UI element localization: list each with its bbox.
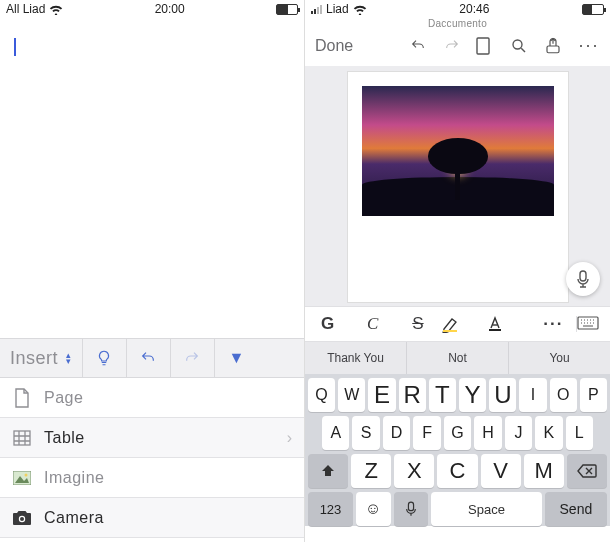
table-icon: [12, 428, 32, 448]
key-m[interactable]: M: [524, 454, 564, 488]
chevron-right-icon: ›: [287, 429, 292, 447]
key-k[interactable]: K: [535, 416, 562, 450]
suggestion-2[interactable]: Not: [407, 342, 509, 374]
wifi-icon: [353, 4, 367, 15]
more-format-button[interactable]: ···: [531, 314, 576, 334]
key-send[interactable]: Send: [545, 492, 607, 526]
status-bar-left: All Liad 20:00: [0, 0, 304, 18]
key-mic[interactable]: [394, 492, 429, 526]
menu-item-label: Table: [44, 429, 85, 447]
key-s[interactable]: S: [352, 416, 379, 450]
updown-icon: ▴▾: [66, 352, 72, 364]
layout-button[interactable]: [476, 37, 498, 55]
svg-rect-0: [14, 431, 30, 445]
key-v[interactable]: V: [481, 454, 521, 488]
highlight-button[interactable]: [441, 315, 486, 333]
text-cursor: [14, 38, 16, 56]
undo-button[interactable]: [408, 38, 430, 54]
menu-item-camera[interactable]: Camera: [0, 498, 304, 538]
undo-button[interactable]: [127, 339, 171, 377]
menu-item-image[interactable]: Imagine: [0, 458, 304, 498]
format-bar: G C S ···: [305, 306, 610, 342]
keyboard-toggle-button[interactable]: [576, 316, 610, 332]
menu-item-label: Page: [44, 389, 83, 407]
key-f[interactable]: F: [413, 416, 440, 450]
signal-icon: [311, 5, 322, 14]
key-d[interactable]: D: [383, 416, 410, 450]
document-page[interactable]: [348, 72, 568, 302]
key-shift[interactable]: [308, 454, 348, 488]
key-g[interactable]: G: [444, 416, 471, 450]
insert-dropdown[interactable]: Insert ▴▾: [0, 339, 83, 377]
strike-button[interactable]: S: [395, 314, 440, 334]
svg-rect-15: [408, 502, 413, 511]
document-title: Daccumento: [305, 18, 610, 29]
font-color-button[interactable]: [486, 316, 531, 332]
suggestion-3[interactable]: You: [509, 342, 610, 374]
key-space[interactable]: Space: [431, 492, 542, 526]
svg-rect-8: [477, 38, 489, 54]
more-button[interactable]: ···: [578, 35, 600, 56]
clock: 20:00: [155, 2, 185, 16]
key-t[interactable]: T: [429, 378, 456, 412]
key-q[interactable]: Q: [308, 378, 335, 412]
insert-label: Insert: [10, 348, 58, 369]
svg-rect-13: [489, 329, 501, 331]
svg-rect-10: [547, 46, 559, 53]
key-e[interactable]: E: [368, 378, 395, 412]
key-numbers[interactable]: 123: [308, 492, 353, 526]
wifi-icon: [49, 4, 63, 15]
dictate-button[interactable]: [566, 262, 600, 296]
key-r[interactable]: R: [399, 378, 426, 412]
carrier-label: Liad: [326, 2, 349, 16]
clock: 20:46: [459, 2, 489, 16]
left-screen: All Liad 20:00 Insert ▴▾ ▼: [0, 0, 305, 542]
key-x[interactable]: X: [394, 454, 434, 488]
svg-point-5: [20, 517, 24, 521]
menu-item-page[interactable]: Page: [0, 378, 304, 418]
lightbulb-button[interactable]: [83, 339, 127, 377]
carrier-label: All Liad: [6, 2, 45, 16]
key-u[interactable]: U: [489, 378, 516, 412]
page-icon: [12, 388, 32, 408]
key-a[interactable]: A: [322, 416, 349, 450]
battery-icon: [276, 4, 298, 15]
key-y[interactable]: Y: [459, 378, 486, 412]
key-w[interactable]: W: [338, 378, 365, 412]
redo-button[interactable]: [442, 38, 464, 54]
status-bar-right: Liad 20:46: [305, 0, 610, 18]
key-o[interactable]: O: [550, 378, 577, 412]
collapse-button[interactable]: ▼: [215, 339, 259, 377]
search-button[interactable]: [510, 37, 532, 55]
menu-item-label: Imagine: [44, 469, 104, 487]
battery-icon: [582, 4, 604, 15]
right-screen: Liad 20:46 Daccumento Done ···: [305, 0, 610, 542]
keyboard: Q W E R T Y U I O P A S D F G H J K L Z: [305, 374, 610, 526]
camera-icon: [12, 508, 32, 528]
key-h[interactable]: H: [474, 416, 501, 450]
key-j[interactable]: J: [505, 416, 532, 450]
key-i[interactable]: I: [519, 378, 546, 412]
share-button[interactable]: [544, 37, 566, 55]
svg-rect-12: [443, 330, 457, 332]
key-backspace[interactable]: [567, 454, 607, 488]
insert-menu: Page Table › Imagine Camera Form: [0, 378, 304, 542]
key-l[interactable]: L: [566, 416, 593, 450]
inserted-image[interactable]: [362, 86, 554, 216]
menu-item-shapes[interactable]: Form ›: [0, 538, 304, 542]
key-emoji[interactable]: ☺: [356, 492, 391, 526]
menu-item-label: Camera: [44, 509, 104, 527]
menu-item-table[interactable]: Table ›: [0, 418, 304, 458]
svg-point-3: [25, 473, 28, 476]
redo-button[interactable]: [171, 339, 215, 377]
key-c[interactable]: C: [437, 454, 477, 488]
document-canvas[interactable]: [305, 66, 610, 306]
key-p[interactable]: P: [580, 378, 607, 412]
document-area-left[interactable]: [0, 18, 304, 338]
suggestion-1[interactable]: Thank You: [305, 342, 407, 374]
insert-toolbar: Insert ▴▾ ▼: [0, 338, 304, 378]
italic-button[interactable]: C: [350, 314, 395, 334]
done-button[interactable]: Done: [315, 37, 353, 55]
bold-button[interactable]: G: [305, 314, 350, 334]
key-z[interactable]: Z: [351, 454, 391, 488]
